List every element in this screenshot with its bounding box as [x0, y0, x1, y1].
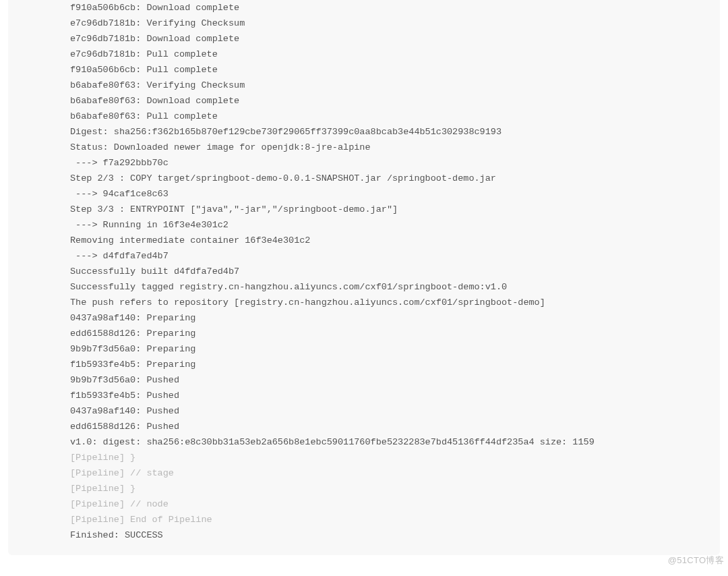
console-line: 0437a98af140: Pushed: [70, 403, 708, 419]
console-line: b6abafe80f63: Pull complete: [70, 109, 708, 124]
console-line: v1.0: digest: sha256:e8c30bb31a53eb2a656…: [70, 434, 708, 450]
console-line: b6abafe80f63: Download complete: [70, 93, 708, 109]
console-line: The push refers to repository [registry.…: [70, 295, 708, 310]
console-container: f910a506b6cb: Download completee7c96db71…: [8, 0, 720, 555]
console-line: e7c96db7181b: Pull complete: [70, 47, 708, 62]
console-line: Step 2/3 : COPY target/springboot-demo-0…: [70, 171, 708, 186]
console-line: Successfully built d4fdfa7ed4b7: [70, 264, 708, 279]
console-line: Finished: SUCCESS: [70, 527, 708, 543]
console-line: edd61588d126: Pushed: [70, 419, 708, 434]
console-line: ---> 94caf1ce8c63: [70, 186, 708, 202]
console-line: 0437a98af140: Preparing: [70, 310, 708, 326]
console-line: Digest: sha256:f362b165b870ef129cbe730f2…: [70, 124, 708, 140]
console-line: Status: Downloaded newer image for openj…: [70, 140, 708, 155]
console-line: Step 3/3 : ENTRYPOINT ["java","-jar","/s…: [70, 202, 708, 217]
console-line: b6abafe80f63: Verifying Checksum: [70, 78, 708, 93]
console-line: f910a506b6cb: Pull complete: [70, 62, 708, 78]
console-line: e7c96db7181b: Verifying Checksum: [70, 16, 708, 31]
console-line: Removing intermediate container 16f3e4e3…: [70, 233, 708, 248]
console-line: 9b9b7f3d56a0: Pushed: [70, 372, 708, 388]
console-line: f1b5933fe4b5: Preparing: [70, 357, 708, 372]
console-line: [Pipeline] }: [70, 481, 708, 496]
console-line: ---> f7a292bbb70c: [70, 155, 708, 171]
console-line: [Pipeline] }: [70, 450, 708, 465]
console-line: ---> d4fdfa7ed4b7: [70, 248, 708, 264]
console-line: edd61588d126: Preparing: [70, 326, 708, 341]
console-line: [Pipeline] End of Pipeline: [70, 512, 708, 527]
console-line: [Pipeline] // stage: [70, 465, 708, 481]
console-line: ---> Running in 16f3e4e301c2: [70, 217, 708, 233]
console-output: f910a506b6cb: Download completee7c96db71…: [20, 0, 708, 543]
console-line: e7c96db7181b: Download complete: [70, 31, 708, 47]
console-line: f910a506b6cb: Download complete: [70, 0, 708, 16]
console-line: Successfully tagged registry.cn-hangzhou…: [70, 279, 708, 295]
console-line: [Pipeline] // node: [70, 496, 708, 512]
console-line: f1b5933fe4b5: Pushed: [70, 388, 708, 403]
watermark: @51CTO博客: [668, 552, 724, 555]
console-line: 9b9b7f3d56a0: Preparing: [70, 341, 708, 357]
